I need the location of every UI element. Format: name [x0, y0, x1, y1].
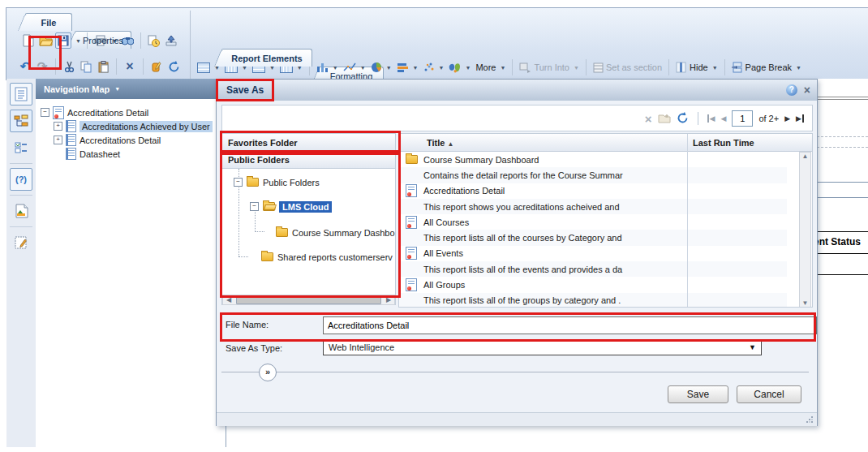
redo-icon[interactable]: ↷ [35, 59, 49, 74]
scatter-chart-icon[interactable]: ▼ [422, 58, 446, 76]
list-item-description-row[interactable]: This report shows you acreditations ache… [399, 199, 787, 214]
nav-item-label: Accreditations Detail [79, 136, 161, 145]
delete-item-icon[interactable]: × [645, 113, 652, 125]
tree-item-course-summary-dashboard[interactable]: Course Summary Dashbo [276, 226, 395, 239]
column-header-title[interactable]: Title ▲ [427, 138, 453, 148]
report-page-icon [66, 148, 76, 160]
document-list: Course Summary Dashboard Contains the de… [399, 152, 787, 308]
new-document-icon[interactable] [21, 33, 36, 48]
save-icon[interactable] [55, 32, 71, 49]
open-folder-icon [263, 202, 275, 211]
cut-icon[interactable] [62, 59, 76, 74]
list-item-title-row[interactable]: Accreditations Detail [399, 183, 787, 199]
input-controls-icon[interactable] [10, 136, 32, 159]
edit-document-icon[interactable] [149, 59, 164, 74]
copy-icon[interactable] [79, 59, 93, 74]
paste-icon[interactable] [96, 59, 110, 74]
bar-chart-icon[interactable]: ▼ [395, 58, 420, 76]
column-header-last-run-time[interactable]: Last Run Time [693, 138, 754, 148]
scroll-right-icon[interactable]: ▶ [383, 296, 394, 303]
navigation-panel: Navigation Map ▼ − Accreditations Detail… [36, 79, 226, 447]
webi-document-icon [406, 247, 417, 260]
tab-report-elements[interactable]: Report Elements [221, 49, 312, 67]
nav-tree-item-datasheet[interactable]: Datasheet [66, 147, 226, 161]
set-as-section-button[interactable]: Set as section [591, 58, 664, 76]
first-page-icon[interactable]: ◀ [707, 114, 715, 123]
options-expander-button[interactable]: » [259, 364, 277, 381]
expand-expander-icon[interactable]: + [54, 122, 62, 131]
more-charts-button[interactable]: More▼ [474, 58, 507, 76]
navigation-map-icon[interactable] [10, 110, 32, 132]
dialog-help-icon[interactable]: ? [786, 84, 797, 96]
undo-icon[interactable]: ↶ [18, 59, 32, 74]
folder-icon [276, 228, 288, 237]
report-page-icon [66, 120, 76, 132]
collapse-expander-icon[interactable]: − [250, 202, 259, 211]
file-name-input[interactable] [323, 316, 817, 334]
last-page-icon[interactable]: ▶ [796, 114, 804, 123]
side-icon-strip: (?) [6, 79, 37, 447]
hide-button[interactable]: Hide▼ [674, 58, 720, 76]
nav-tree-root[interactable]: − Accreditations Detail [41, 105, 226, 119]
collapse-expander-icon[interactable]: − [234, 178, 243, 187]
page-count-label: of 2+ [758, 114, 779, 123]
dialog-footer [217, 412, 817, 426]
save-as-type-select[interactable]: Web Intelligence ▼ [323, 339, 762, 355]
save-as-type-label: Save As Type: [226, 343, 282, 353]
public-folders-header[interactable]: Public Folders [222, 152, 395, 169]
cancel-button[interactable]: Cancel [737, 385, 801, 403]
list-vertical-scrollbar[interactable]: ▲ ▼ [799, 152, 811, 308]
document-summary-icon[interactable] [10, 83, 32, 105]
tab-file[interactable]: File [25, 13, 72, 31]
refresh-list-icon[interactable] [677, 112, 689, 126]
nav-tree-item-accreditations-detail[interactable]: + Accreditations Detail [54, 133, 226, 147]
tree-item-shared-reports[interactable]: Shared reports customerserv [261, 250, 393, 264]
open-document-icon[interactable] [38, 33, 53, 48]
report-map-icon[interactable] [10, 200, 32, 222]
report-page-icon [66, 134, 76, 146]
scrollbar-thumb[interactable] [236, 295, 381, 304]
list-item-title-row[interactable]: All Events [399, 246, 787, 261]
prompts-icon[interactable]: (?) [10, 168, 32, 191]
panel-menu-caret[interactable]: ▼ [114, 86, 120, 92]
save-button[interactable]: Save [668, 385, 728, 403]
list-item-description-row[interactable]: This report lists all of the events and … [399, 261, 787, 277]
next-page-icon[interactable]: ▶ [784, 114, 790, 123]
collapse-expander-icon[interactable]: − [41, 108, 49, 117]
folder-tree: − Public Folders − LMS Cloud Course Summ… [222, 169, 395, 295]
nav-tree-item-accreditations-achieved[interactable]: + Accreditations Achieved by User [54, 119, 226, 133]
tree-item-public-folders[interactable]: − Public Folders [234, 175, 320, 189]
navigation-tree: − Accreditations Detail + Accreditations… [36, 99, 226, 161]
refresh-icon[interactable] [166, 59, 181, 74]
scroll-left-icon[interactable]: ◀ [223, 296, 234, 303]
ribbon-zone-divider [190, 11, 191, 79]
dialog-close-icon[interactable]: × [804, 84, 810, 97]
list-item-title-row[interactable]: All Courses [399, 214, 787, 230]
page-break-button[interactable]: Page Break▼ [730, 58, 803, 76]
favorites-folder-header[interactable]: Favorites Folder [222, 134, 395, 152]
list-item-description-row[interactable]: This report lists all of the groups by c… [399, 293, 787, 308]
page-number-input[interactable] [732, 110, 753, 127]
dialog-title-bar[interactable]: Save As ? × [217, 80, 817, 101]
expand-expander-icon[interactable]: + [54, 136, 62, 144]
map-chart-icon[interactable]: ▼ [447, 58, 472, 76]
previous-page-icon[interactable]: ◀ [720, 114, 726, 123]
scroll-up-icon[interactable]: ▲ [802, 153, 809, 160]
list-item-title-row[interactable]: All Groups [399, 277, 787, 292]
tree-item-lms-cloud[interactable]: − LMS Cloud [250, 200, 332, 213]
resize-grip[interactable] [806, 415, 814, 424]
folder-tree-horizontal-scrollbar[interactable]: ◀ ▶ [222, 295, 395, 305]
new-folder-icon[interactable] [658, 113, 671, 125]
turn-into-button[interactable]: Turn Into▼ [518, 58, 581, 76]
export-icon[interactable] [164, 33, 178, 48]
scroll-down-icon[interactable]: ▼ [802, 299, 809, 307]
list-item-title-row[interactable]: Course Summary Dashboard [399, 152, 787, 167]
navigation-panel-header[interactable]: Navigation Map ▼ [36, 79, 226, 99]
webi-document-icon [406, 216, 417, 229]
list-item-description-row[interactable]: Contains the detail reports for the Cour… [399, 167, 787, 183]
history-icon[interactable] [147, 33, 161, 48]
list-item-description-row[interactable]: This report lists all of the courses by … [399, 230, 787, 245]
document-structure-icon[interactable] [10, 231, 32, 254]
file-name-label: File Name: [226, 320, 269, 329]
delete-icon[interactable]: × [122, 59, 137, 74]
